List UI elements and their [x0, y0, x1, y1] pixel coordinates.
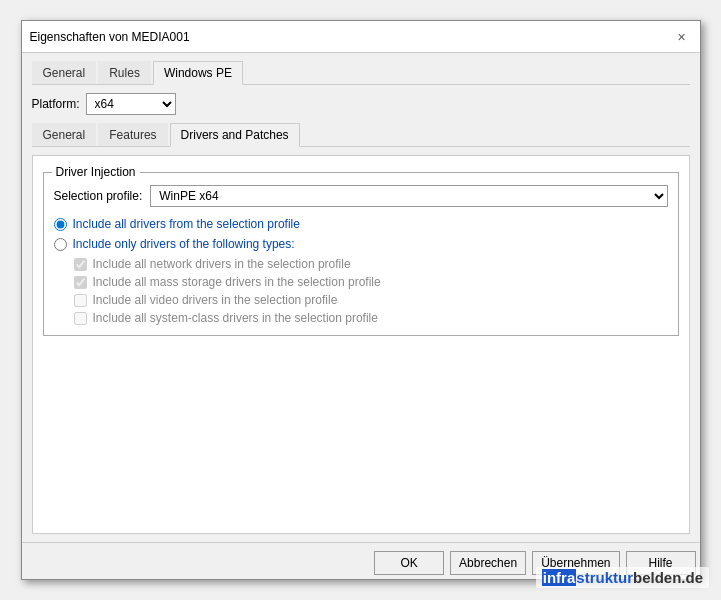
- close-button[interactable]: ×: [672, 27, 692, 47]
- platform-label: Platform:: [32, 97, 80, 111]
- dialog-content: General Rules Windows PE Platform: x86 x…: [22, 53, 700, 542]
- selection-profile-select[interactable]: WinPE x64 WinPE x86: [150, 185, 667, 207]
- checkbox-mass-storage-label[interactable]: Include all mass storage drivers in the …: [93, 275, 381, 289]
- sub-tab-bar: General Features Drivers and Patches: [32, 123, 690, 147]
- cancel-button[interactable]: Abbrechen: [450, 551, 526, 575]
- main-dialog: Eigenschaften von MEDIA001 × General Rul…: [21, 20, 701, 580]
- title-bar: Eigenschaften von MEDIA001 ×: [22, 21, 700, 53]
- dialog-footer: OK Abbrechen Übernehmen Hilfe: [22, 542, 700, 579]
- checkbox-video-input[interactable]: [74, 294, 87, 307]
- checkbox-list: Include all network drivers in the selec…: [74, 257, 668, 325]
- checkbox-system-class-label[interactable]: Include all system-class drivers in the …: [93, 311, 378, 325]
- group-box-legend: Driver Injection: [52, 165, 140, 179]
- checkbox-row-network: Include all network drivers in the selec…: [74, 257, 668, 271]
- radio-all-drivers-input[interactable]: [54, 218, 67, 231]
- tab-rules-top[interactable]: Rules: [98, 61, 151, 84]
- tab-drivers-patches-sub[interactable]: Drivers and Patches: [170, 123, 300, 147]
- ok-button[interactable]: OK: [374, 551, 444, 575]
- tab-windows-pe-top[interactable]: Windows PE: [153, 61, 243, 85]
- checkbox-video-label[interactable]: Include all video drivers in the selecti…: [93, 293, 338, 307]
- dialog-title: Eigenschaften von MEDIA001: [30, 30, 190, 44]
- radio-only-types-label[interactable]: Include only drivers of the following ty…: [73, 237, 295, 251]
- top-tab-bar: General Rules Windows PE: [32, 61, 690, 85]
- checkbox-row-mass-storage: Include all mass storage drivers in the …: [74, 275, 668, 289]
- checkbox-network-label[interactable]: Include all network drivers in the selec…: [93, 257, 351, 271]
- selection-profile-label: Selection profile:: [54, 189, 143, 203]
- tab-general-sub[interactable]: General: [32, 123, 97, 146]
- radio-only-types-input[interactable]: [54, 238, 67, 251]
- driver-injection-group: Driver Injection Selection profile: WinP…: [43, 172, 679, 336]
- radio-only-types-row: Include only drivers of the following ty…: [54, 237, 668, 251]
- checkbox-mass-storage-input[interactable]: [74, 276, 87, 289]
- platform-select[interactable]: x86 x64: [86, 93, 176, 115]
- tab-general-top[interactable]: General: [32, 61, 97, 84]
- radio-all-drivers-row: Include all drivers from the selection p…: [54, 217, 668, 231]
- checkbox-network-input[interactable]: [74, 258, 87, 271]
- checkbox-system-class-input[interactable]: [74, 312, 87, 325]
- apply-button[interactable]: Übernehmen: [532, 551, 619, 575]
- checkbox-row-system-class: Include all system-class drivers in the …: [74, 311, 668, 325]
- tab-features-sub[interactable]: Features: [98, 123, 167, 146]
- checkbox-row-video: Include all video drivers in the selecti…: [74, 293, 668, 307]
- radio-all-drivers-label[interactable]: Include all drivers from the selection p…: [73, 217, 300, 231]
- help-button[interactable]: Hilfe: [626, 551, 696, 575]
- content-panel: Driver Injection Selection profile: WinP…: [32, 155, 690, 534]
- platform-row: Platform: x86 x64: [32, 93, 690, 115]
- selection-profile-row: Selection profile: WinPE x64 WinPE x86: [54, 185, 668, 207]
